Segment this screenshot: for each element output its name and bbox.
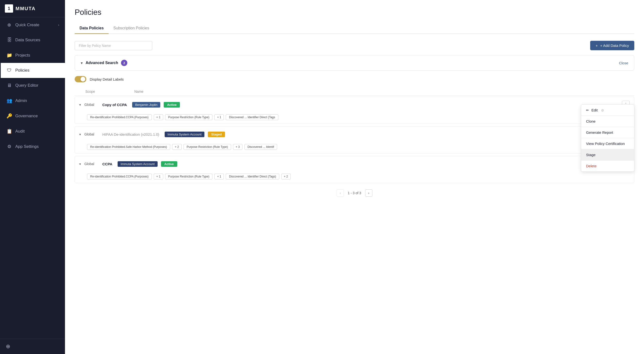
tag-count-3-3: + 2 bbox=[281, 173, 291, 180]
sidebar: 1 MMUTA ⊕ Quick Create › 🗄 Data Sources … bbox=[0, 0, 65, 354]
prev-page-button[interactable]: ‹ bbox=[336, 189, 344, 197]
tag-2-1: Re-identification Prohibited.Safe Harbor… bbox=[87, 144, 170, 150]
policy-search-input[interactable] bbox=[75, 41, 152, 50]
sidebar-item-label: Data Sources bbox=[15, 38, 40, 43]
main-content: Policies Data Policies Subscription Poli… bbox=[65, 0, 644, 354]
sidebar-item-app-settings[interactable]: ⚙ App Settings bbox=[0, 139, 65, 154]
edit-icon: ✏ bbox=[586, 108, 589, 112]
tag-2-2: Purpose Restriction (Rule Type) bbox=[184, 144, 231, 150]
sidebar-item-governance[interactable]: 🔑 Governance bbox=[0, 108, 65, 124]
menu-clone-label: Clone bbox=[586, 119, 596, 123]
chevron-icon-3[interactable]: ▾ bbox=[79, 162, 81, 166]
sidebar-nav: ⊕ Quick Create › 🗄 Data Sources 📁 Projec… bbox=[0, 17, 65, 339]
logo-box: 1 bbox=[5, 4, 13, 13]
add-data-policy-button[interactable]: + + Add Data Policy bbox=[590, 41, 634, 50]
search-row: + + Add Data Policy bbox=[75, 41, 634, 50]
sidebar-item-policies[interactable]: 🛡 Policies bbox=[0, 63, 65, 78]
tag-1-3: Discovered ... Identifier Direct (Tags bbox=[226, 114, 278, 120]
sidebar-item-admin[interactable]: 👥 Admin bbox=[0, 93, 65, 108]
tag-1-2: Purpose Restriction (Rule Type) bbox=[165, 114, 213, 120]
chevron-right-icon: › bbox=[58, 23, 59, 27]
sidebar-item-audit[interactable]: 📋 Audit bbox=[0, 124, 65, 139]
add-icon: + bbox=[596, 44, 598, 48]
advanced-search-close[interactable]: Close bbox=[619, 61, 628, 65]
shield-icon: 🛡 bbox=[6, 68, 12, 73]
menu-item-edit[interactable]: ✏ Edit ⊘ bbox=[581, 105, 634, 116]
tag-count-3-2: + 1 bbox=[214, 173, 224, 180]
policy-name-2: HIPAA De-identification (v2021.1.0) bbox=[102, 132, 159, 136]
sidebar-add-icon[interactable]: ⊕ bbox=[6, 343, 10, 349]
menu-edit-label: Edit bbox=[592, 108, 598, 112]
policy-tabs: Data Policies Subscription Policies bbox=[75, 24, 634, 34]
edit-disabled-icon: ⊘ bbox=[601, 108, 604, 112]
status-badge-3: Active bbox=[161, 161, 177, 167]
pagination: ‹ 1 - 3 of 3 › bbox=[75, 186, 634, 201]
scope-1: Global bbox=[84, 103, 99, 107]
plus-circle-icon: ⊕ bbox=[6, 22, 12, 28]
menu-item-generate-report[interactable]: Generate Report bbox=[581, 127, 634, 138]
users-icon: 👥 bbox=[6, 98, 12, 103]
tab-data-policies[interactable]: Data Policies bbox=[75, 24, 109, 34]
sidebar-item-label: Projects bbox=[15, 53, 30, 58]
sidebar-item-label: Admin bbox=[15, 98, 27, 103]
logo-text: MMUTA bbox=[16, 6, 36, 12]
policy-main-row-2: ▾ Global HIPAA De-identification (v2021.… bbox=[75, 126, 634, 142]
menu-item-delete[interactable]: Delete bbox=[581, 160, 634, 171]
sidebar-item-query-editor[interactable]: 🖥 Query Editor bbox=[0, 78, 65, 93]
policy-main-row-1: ▾ Global Copy of CCPA Benjamin Joplin Ac… bbox=[75, 97, 634, 112]
policy-main-row-3: ▾ Global CCPA Immuta System Account Acti… bbox=[75, 156, 634, 172]
display-detail-labels-toggle[interactable] bbox=[75, 76, 86, 82]
tag-count-2-2: + 3 bbox=[233, 144, 242, 150]
folder-icon: 📁 bbox=[6, 52, 12, 58]
policy-row-ccpa: ▾ Global CCPA Immuta System Account Acti… bbox=[75, 156, 634, 183]
sidebar-item-label: Governance bbox=[15, 114, 38, 118]
sidebar-bottom: ⊕ bbox=[0, 339, 65, 354]
chevron-icon-2[interactable]: ▾ bbox=[79, 133, 81, 136]
chevron-down-icon[interactable]: ▾ bbox=[81, 61, 83, 65]
tag-count-1-1: + 1 bbox=[154, 114, 163, 120]
advanced-search-panel: ▾ Advanced Search 2 Close bbox=[75, 55, 634, 71]
menu-view-policy-cert-label: View Policy Certification bbox=[586, 141, 625, 146]
sidebar-item-label: Quick Create bbox=[15, 23, 39, 28]
sidebar-item-label: Query Editor bbox=[15, 83, 38, 88]
database-icon: 🗄 bbox=[6, 37, 12, 43]
sidebar-item-label: Audit bbox=[15, 129, 25, 134]
page-title: Policies bbox=[75, 8, 634, 17]
next-page-button[interactable]: › bbox=[365, 189, 372, 197]
table-header: Scope Name bbox=[75, 88, 634, 96]
tab-subscription-policies[interactable]: Subscription Policies bbox=[109, 24, 154, 34]
status-badge-1: Active bbox=[164, 102, 180, 108]
menu-item-stage[interactable]: Stage bbox=[581, 149, 634, 160]
sidebar-item-label: App Settings bbox=[15, 144, 38, 149]
tag-1-1: Re-identification Prohibited.CCPA (Purpo… bbox=[87, 114, 152, 120]
logo-number: 1 bbox=[8, 6, 10, 11]
tag-3-1: Re-identification Prohibited.CCPA (Purpo… bbox=[87, 173, 152, 180]
policy-context-menu: ✏ Edit ⊘ Clone Generate Report View Poli… bbox=[581, 104, 634, 172]
page-info: 1 - 3 of 3 bbox=[348, 191, 361, 195]
policy-name-3: CCPA bbox=[102, 162, 112, 166]
sidebar-item-projects[interactable]: 📁 Projects bbox=[0, 48, 65, 63]
scope-3: Global bbox=[84, 162, 99, 166]
sidebar-item-data-sources[interactable]: 🗄 Data Sources bbox=[0, 33, 65, 48]
policy-tags-2: Re-identification Prohibited.Safe Harbor… bbox=[75, 142, 634, 153]
advanced-search-label: Advanced Search bbox=[86, 61, 118, 65]
policy-row-hipaa: ▾ Global HIPAA De-identification (v2021.… bbox=[75, 126, 634, 153]
owner-badge-3: Immuta System Account bbox=[118, 161, 157, 167]
policy-row-copy-ccpa: ▾ Global Copy of CCPA Benjamin Joplin Ac… bbox=[75, 97, 634, 124]
chevron-icon-1[interactable]: ▾ bbox=[79, 103, 81, 107]
policy-tags-3: Re-identification Prohibited.CCPA (Purpo… bbox=[75, 172, 634, 183]
sidebar-item-quick-create[interactable]: ⊕ Quick Create › bbox=[0, 17, 65, 33]
toggle-label: Display Detail Labels bbox=[90, 77, 124, 81]
menu-item-view-policy-cert[interactable]: View Policy Certification bbox=[581, 138, 634, 149]
tag-2-3: Discovered ... Identif bbox=[244, 144, 277, 150]
menu-stage-label: Stage bbox=[586, 153, 596, 157]
logo: 1 MMUTA bbox=[0, 0, 65, 17]
policy-name-1: Copy of CCPA bbox=[102, 103, 127, 107]
owner-badge-2: Immuta System Account bbox=[165, 132, 204, 137]
policy-tags-1: Re-identification Prohibited.CCPA (Purpo… bbox=[75, 112, 634, 124]
main-area: Policies Data Policies Subscription Poli… bbox=[65, 0, 644, 354]
owner-badge-1: Benjamin Joplin bbox=[132, 102, 160, 108]
advanced-search-left: ▾ Advanced Search 2 bbox=[81, 60, 127, 66]
menu-item-clone[interactable]: Clone bbox=[581, 116, 634, 127]
tag-count-3-1: + 1 bbox=[154, 173, 163, 180]
